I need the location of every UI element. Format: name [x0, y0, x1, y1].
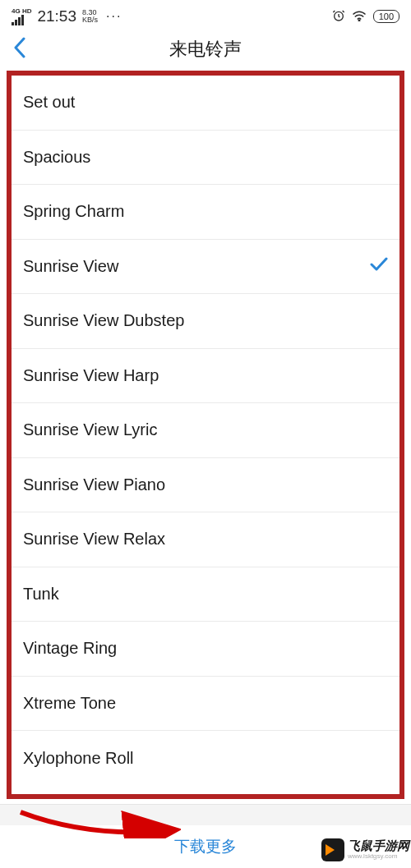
network-label: 4G HD: [12, 8, 31, 15]
ringtone-row[interactable]: Xtreme Tone: [12, 677, 399, 732]
ringtone-label: Tunk: [23, 585, 59, 604]
ringtone-label: Xylophone Roll: [23, 749, 134, 768]
watermark-logo-icon: [321, 838, 344, 861]
ringtone-label: Sunrise View Dubstep: [23, 311, 184, 330]
ringtone-label: Xtreme Tone: [23, 694, 116, 713]
annotation-arrow-icon: [16, 806, 181, 842]
speed-unit: KB/s: [82, 16, 98, 24]
ringtone-row[interactable]: Sunrise View Lyric: [12, 403, 399, 458]
ringtone-row[interactable]: Sunrise View Piano: [12, 458, 399, 513]
check-icon: [370, 255, 388, 277]
svg-point-1: [358, 20, 360, 21]
ringtone-label: Set out: [23, 93, 75, 112]
watermark: 飞鼠手游网 www.lsktgsy.com: [321, 838, 409, 861]
ringtone-label: Sunrise View Piano: [23, 475, 165, 494]
more-indicator: ···: [106, 9, 122, 24]
data-speed: 8.30 KB/s: [82, 9, 98, 24]
ringtone-row[interactable]: Set out: [12, 76, 399, 131]
ringtone-row[interactable]: Spacious: [12, 131, 399, 186]
status-bar: 4G HD 21:53 8.30 KB/s ··· 100: [0, 0, 411, 30]
annotation-highlight-box: Set outSpaciousSpring CharmSunrise ViewS…: [7, 71, 404, 799]
watermark-text: 飞鼠手游网 www.lsktgsy.com: [348, 839, 409, 860]
ringtone-list[interactable]: Set outSpaciousSpring CharmSunrise ViewS…: [12, 76, 399, 794]
network-indicator: 4G HD: [12, 8, 31, 25]
page-title: 来电铃声: [169, 37, 242, 62]
ringtone-label: Spacious: [23, 148, 90, 167]
ringtone-label: Sunrise View Relax: [23, 530, 165, 549]
alarm-icon: [332, 9, 345, 25]
watermark-url: www.lsktgsy.com: [348, 853, 409, 861]
ringtone-row[interactable]: Xylophone Roll: [12, 731, 399, 786]
ringtone-row[interactable]: Vintage Ring: [12, 622, 399, 677]
status-right: 100: [332, 9, 399, 25]
signal-bars-icon: [12, 15, 24, 25]
ringtone-label: Sunrise View: [23, 257, 118, 276]
watermark-title: 飞鼠手游网: [348, 839, 409, 853]
ringtone-label: Sunrise View Lyric: [23, 420, 157, 439]
ringtone-row[interactable]: Sunrise View Relax: [12, 512, 399, 567]
status-left: 4G HD 21:53 8.30 KB/s ···: [12, 7, 122, 25]
battery-level: 100: [379, 11, 394, 21]
wifi-icon: [352, 10, 367, 24]
ringtone-label: Vintage Ring: [23, 639, 117, 658]
header: 来电铃声: [0, 30, 411, 69]
clock: 21:53: [37, 7, 76, 25]
download-more-label: 下载更多: [174, 836, 237, 857]
ringtone-row[interactable]: Sunrise View: [12, 240, 399, 295]
ringtone-label: Spring Charm: [23, 202, 124, 221]
ringtone-row[interactable]: Tunk: [12, 567, 399, 622]
ringtone-label: Sunrise View Harp: [23, 366, 159, 385]
battery-indicator: 100: [373, 10, 399, 23]
ringtone-row[interactable]: Spring Charm: [12, 185, 399, 240]
ringtone-row[interactable]: Sunrise View Dubstep: [12, 294, 399, 349]
back-button[interactable]: [13, 37, 26, 62]
ringtone-row[interactable]: Sunrise View Harp: [12, 349, 399, 404]
